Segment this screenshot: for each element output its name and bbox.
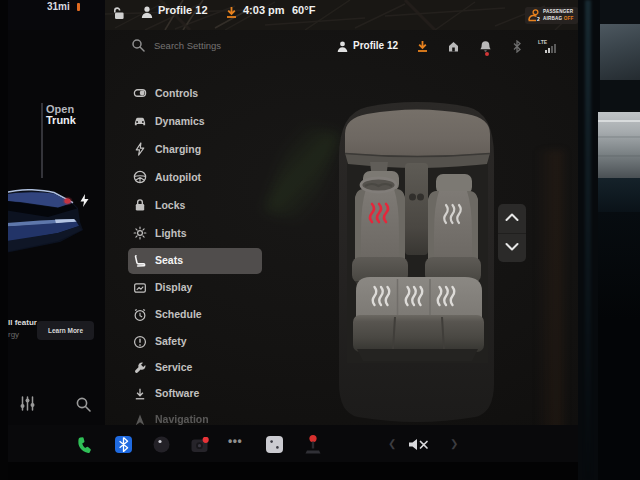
svg-text:2: 2	[537, 16, 540, 22]
